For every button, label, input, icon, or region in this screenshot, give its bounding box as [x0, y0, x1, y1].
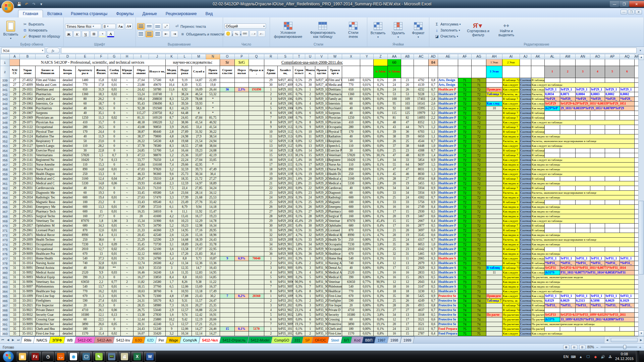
cell[interactable]: [235, 106, 249, 111]
cell[interactable]: Healthcare S: [438, 261, 458, 265]
cell[interactable]: Ophthalm: [328, 223, 342, 228]
cell[interactable]: SrP29_20: [315, 195, 328, 200]
cell[interactable]: 72: [458, 219, 472, 223]
cell[interactable]: SrP29_1126: [278, 139, 293, 143]
cell[interactable]: 29: [10, 181, 20, 186]
cell[interactable]: [545, 153, 560, 158]
cell[interactable]: В таблице: [531, 265, 545, 270]
scroll-up-icon[interactable]: ▲: [639, 54, 644, 60]
cell[interactable]: 27: [401, 308, 414, 312]
cell[interactable]: 3: [305, 97, 315, 101]
cell[interactable]: 29-9099: [20, 251, 36, 256]
cell[interactable]: 4792: [414, 78, 429, 82]
cell[interactable]: В таблице 7: [502, 228, 520, 233]
cell[interactable]: 33,43: [133, 200, 149, 204]
cell[interactable]: 0,3%: [293, 294, 305, 298]
cell[interactable]: SrP29_11: [315, 158, 328, 162]
cell[interactable]: SrP29_20: [315, 186, 328, 190]
cell[interactable]: SrP29_1: [560, 87, 576, 92]
cell[interactable]: 17: [401, 317, 414, 322]
cell[interactable]: [220, 106, 235, 111]
cell[interactable]: 650: [342, 87, 360, 92]
cell[interactable]: [635, 209, 639, 214]
cell[interactable]: Как следует из таблицы: [531, 82, 635, 87]
cell[interactable]: [220, 195, 235, 200]
cell[interactable]: 5,4: [166, 148, 178, 153]
filezilla-taskbar-icon[interactable]: Fz: [30, 352, 41, 362]
cell[interactable]: 0,00%: [360, 143, 374, 148]
cell[interactable]: [486, 247, 502, 251]
cell[interactable]: 0: [108, 186, 121, 190]
cell[interactable]: 31-1011: [20, 256, 36, 261]
cell[interactable]: 78580: [149, 143, 166, 148]
cell[interactable]: 1250: [342, 115, 360, 120]
cell[interactable]: 9: [166, 326, 178, 331]
cell[interactable]: [486, 158, 502, 162]
cell[interactable]: 0,1%: [374, 125, 388, 129]
row-header-351[interactable]: 351: [0, 134, 10, 139]
cell[interactable]: 31: [264, 228, 278, 233]
cell[interactable]: SrGP31=k31*SrP31_1011^0,00771*SrP31_1014: [560, 265, 635, 270]
cell[interactable]: [458, 66, 472, 78]
cell[interactable]: 20360: [249, 294, 264, 298]
cell[interactable]: 0,2%: [374, 120, 388, 125]
cell[interactable]: 0,3%: [374, 251, 388, 256]
cell[interactable]: 0,0%: [293, 111, 305, 115]
cell[interactable]: Healthcare P: [438, 97, 458, 101]
cell[interactable]: 10420: [76, 158, 95, 162]
row-header-340[interactable]: 340: [0, 82, 10, 87]
cell[interactable]: Как следует: [502, 294, 520, 298]
column-header-AJ[interactable]: AJ: [520, 54, 531, 59]
cell[interactable]: 0,01: [108, 223, 121, 228]
cell[interactable]: [235, 284, 249, 289]
cell[interactable]: [576, 326, 590, 331]
cell[interactable]: detailed: [60, 223, 76, 228]
cell[interactable]: 95: [388, 101, 401, 106]
cell[interactable]: 4139: [414, 82, 429, 87]
cell[interactable]: 39,56: [178, 101, 192, 106]
cell[interactable]: 37,3: [95, 256, 108, 261]
cell[interactable]: 30,4: [206, 251, 220, 256]
cell[interactable]: Nurse Practiti: [36, 167, 60, 172]
cell[interactable]: 0,4: [429, 219, 438, 223]
cell[interactable]: *SrP31_: [620, 261, 635, 265]
cell[interactable]: 11: [305, 134, 315, 139]
cell[interactable]: 1: [264, 326, 278, 331]
cell[interactable]: 11,91: [133, 256, 149, 261]
cell[interactable]: 12,06: [178, 284, 192, 289]
cell[interactable]: 770: [342, 82, 360, 87]
show-desktop-button[interactable]: [636, 351, 639, 362]
cell[interactable]: detailed: [60, 139, 76, 143]
sheet-tab-5412-Чел[interactable]: 5412-Чел: [199, 337, 221, 343]
cell[interactable]: 1,1: [429, 129, 438, 134]
cell[interactable]: [486, 289, 502, 294]
cell[interactable]: 72: [472, 106, 486, 111]
cell[interactable]: 29: [10, 228, 20, 233]
cell[interactable]: SrP29_20: [315, 181, 328, 186]
cell[interactable]: ~: [121, 106, 133, 111]
cell[interactable]: 29,66: [178, 162, 192, 167]
cell[interactable]: Private D: [328, 308, 342, 312]
cell[interactable]: 0,7%: [293, 115, 305, 120]
cell[interactable]: 4,8: [166, 139, 178, 143]
cell[interactable]: 0: [108, 120, 121, 125]
cell[interactable]: 0,04%: [360, 176, 374, 181]
cell[interactable]: Healthcare S: [438, 275, 458, 280]
cell[interactable]: 110: [342, 143, 360, 148]
cell[interactable]: [590, 125, 605, 129]
cell[interactable]: 870: [342, 228, 360, 233]
cell[interactable]: Healthcare P: [438, 195, 458, 200]
cell[interactable]: 28: [305, 214, 315, 219]
cell[interactable]: SrP29_10: [315, 92, 328, 97]
cell[interactable]: 72: [472, 158, 486, 162]
cell[interactable]: SrGP33: [545, 312, 560, 317]
cell[interactable]: Как видно из таблицы: [531, 251, 635, 256]
cell[interactable]: [620, 308, 635, 312]
cell[interactable]: [486, 82, 502, 87]
cell[interactable]: 0,3%: [293, 204, 305, 209]
cell[interactable]: SrP31_9097: [278, 284, 293, 289]
cell[interactable]: 20: [342, 303, 360, 308]
cell[interactable]: [635, 284, 639, 289]
cell[interactable]: 18,35: [178, 176, 192, 181]
cell[interactable]: *SrP33_: [590, 303, 605, 308]
